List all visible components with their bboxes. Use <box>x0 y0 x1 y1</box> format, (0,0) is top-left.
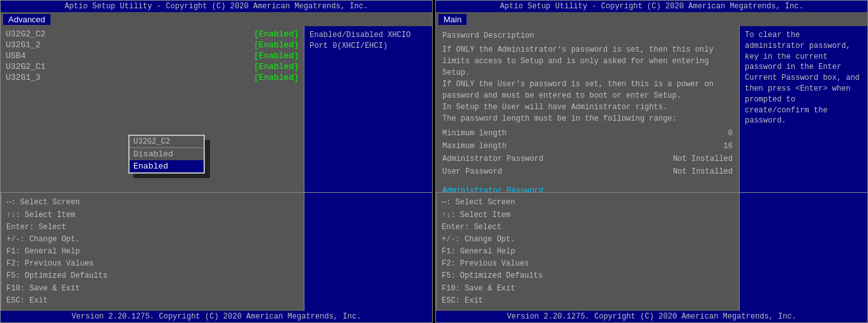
setting-value-usb4: [Enabled] <box>254 51 299 61</box>
pwd-min-label: Minimum length <box>442 128 507 139</box>
left-tab-row: Advanced <box>1 12 432 26</box>
right-help-bottom <box>740 193 867 311</box>
dropdown-item-disabled[interactable]: Disabled <box>130 148 204 160</box>
pwd-desc-line2: limits access to Setup and is only asked… <box>442 56 733 67</box>
setting-usb4[interactable]: USB4 [Enabled] <box>6 50 299 61</box>
pwd-max-length: Maximum length 16 <box>442 140 733 153</box>
pwd-admin-status: Administrator Password Not Installed <box>442 153 733 165</box>
pwd-min-length: Minimum length 0 <box>442 127 733 140</box>
right-nav-line-5: F1: General Help <box>442 246 734 258</box>
right-nav-line-3: Enter: Select <box>442 222 734 234</box>
right-help-text: To clear the administrator password, key… <box>745 31 860 125</box>
left-header: Aptio Setup Utility - Copyright (C) 2020… <box>1 1 432 12</box>
main-tab[interactable]: Main <box>438 14 467 25</box>
dropdown-title: U32G2_C2 <box>130 136 204 148</box>
settings-pane: U32G2_C2 [Enabled] U32G1_2 [Enabled] USB… <box>1 26 304 192</box>
right-footer: Version 2.20.1275. Copyright (C) 2020 Am… <box>436 311 867 322</box>
left-nav-pane: ↔: Select Screen ↑↓: Select Item Enter: … <box>1 193 304 311</box>
password-description: Password Description If ONLY the Adminis… <box>442 30 733 124</box>
pwd-desc-line1: If ONLY the Administrator's password is … <box>442 44 733 56</box>
left-help-text: Enabled/Disabled XHCIO Port 0(XHCI/EHCI) <box>310 31 410 50</box>
pwd-desc-line5: password and must be entered to boot or … <box>442 90 733 101</box>
setting-name-u32g13: U32G1_3 <box>6 73 41 82</box>
admin-password-action[interactable]: Administrator Password <box>442 184 733 192</box>
left-panel: Aptio Setup Utility - Copyright (C) 2020… <box>0 0 433 323</box>
right-tab-row: Main <box>436 12 867 26</box>
main-content-pane: Password Description If ONLY the Adminis… <box>436 26 740 192</box>
dropdown-item-enabled[interactable]: Enabled <box>130 160 204 172</box>
left-footer: Version 2.20.1275. Copyright (C) 2020 Am… <box>1 311 432 322</box>
right-nav-line-6: F2: Previous Values <box>442 258 734 270</box>
setting-u32g13[interactable]: U32G1_3 [Enabled] <box>6 72 299 83</box>
setting-u32g2c2[interactable]: U32G2_C2 [Enabled] <box>6 29 299 40</box>
left-help-pane: Enabled/Disabled XHCIO Port 0(XHCI/EHCI) <box>304 26 432 192</box>
right-nav-pane: ↔: Select Screen ↑↓: Select Item Enter: … <box>436 193 740 311</box>
setting-name-usb4: USB4 <box>6 51 26 61</box>
right-panel: Aptio Setup Utility - Copyright (C) 2020… <box>435 0 868 323</box>
pwd-desc-line6: In Setup the User will have Administrato… <box>442 101 733 113</box>
setting-u32g2c1[interactable]: U32G2_C1 [Enabled] <box>6 61 299 72</box>
pwd-admin-label: Administrator Password <box>442 153 543 165</box>
pwd-max-label: Maximum length <box>442 140 507 152</box>
setting-value-u32g12: [Enabled] <box>254 40 299 50</box>
left-nav-line-3: Enter: Select <box>6 222 299 234</box>
setting-u32g12[interactable]: U32G1_2 [Enabled] <box>6 40 299 50</box>
left-nav-line-7: F5: Optimized Defaults <box>6 270 299 282</box>
right-nav-line-4: +/-: Change Opt. <box>442 234 734 246</box>
left-nav-line-1: ↔: Select Screen <box>6 197 299 209</box>
left-nav-line-4: +/-: Change Opt. <box>6 234 299 246</box>
pwd-desc-title: Password Description <box>442 30 733 41</box>
pwd-desc-line3: Setup. <box>442 67 733 79</box>
left-help-bottom <box>304 193 432 311</box>
left-nav-line-5: F1: General Help <box>6 246 299 258</box>
left-nav-line-6: F2: Previous Values <box>6 258 299 270</box>
right-nav-line-7: F5: Optimized Defaults <box>442 270 734 282</box>
left-nav-line-8: F10: Save & Exit <box>6 283 299 295</box>
pwd-desc-line4: If ONLY the User's password is set, then… <box>442 79 733 90</box>
pwd-max-value: 16 <box>724 140 733 152</box>
right-help-pane: To clear the administrator password, key… <box>740 26 867 192</box>
setting-name-u32g2c2: U32G2_C2 <box>6 29 45 39</box>
right-nav-line-1: ↔: Select Screen <box>442 197 734 209</box>
right-nav-line-9: ESC: Exit <box>442 295 734 307</box>
dropdown-popup: U32G2_C2 Disabled Enabled <box>128 135 205 174</box>
setting-value-u32g2c2: [Enabled] <box>254 29 299 39</box>
pwd-min-value: 0 <box>728 128 733 139</box>
pwd-user-status: User Password Not Installed <box>442 165 733 178</box>
left-nav-line-9: ESC: Exit <box>6 295 299 307</box>
right-nav-line-8: F10: Save & Exit <box>442 283 734 295</box>
setting-value-u32g13: [Enabled] <box>254 73 299 82</box>
right-nav-line-2: ↑↓: Select Item <box>442 209 734 222</box>
right-header: Aptio Setup Utility - Copyright (C) 2020… <box>436 1 867 12</box>
pwd-user-label: User Password <box>442 166 502 177</box>
left-nav-line-2: ↑↓: Select Item <box>6 209 299 222</box>
pwd-admin-value: Not Installed <box>673 153 733 165</box>
right-content: Password Description If ONLY the Adminis… <box>436 26 867 192</box>
setting-value-u32g2c1: [Enabled] <box>254 62 299 71</box>
pwd-desc-line7: The password length must be in the follo… <box>442 113 733 124</box>
setting-name-u32g12: U32G1_2 <box>6 40 41 50</box>
pwd-user-value: Not Installed <box>673 166 733 177</box>
left-content: U32G2_C2 [Enabled] U32G1_2 [Enabled] USB… <box>1 26 432 192</box>
advanced-tab[interactable]: Advanced <box>3 14 50 25</box>
setting-name-u32g2c1: U32G2_C1 <box>6 62 45 71</box>
